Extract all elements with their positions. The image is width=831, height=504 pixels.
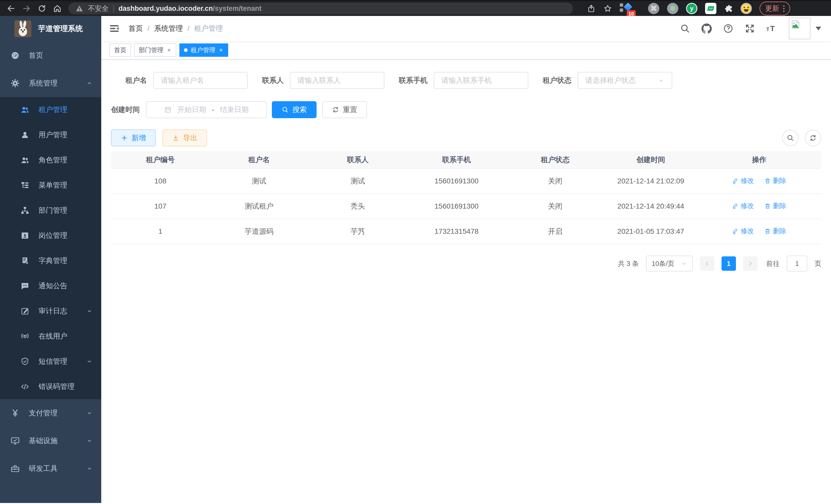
sidebar-item-label: 审计日志: [38, 306, 67, 316]
sidebar-item-dict[interactable]: 字典管理: [0, 248, 101, 273]
url-path: /system/tenant: [213, 5, 262, 12]
mobile-input[interactable]: [441, 76, 521, 85]
logo-image: [15, 20, 31, 37]
download-icon: [172, 135, 179, 142]
fullscreen-icon[interactable]: [745, 23, 755, 34]
col-actions: 操作: [697, 151, 821, 169]
header-search-icon[interactable]: [680, 23, 690, 34]
user-icon: [20, 130, 30, 140]
tab-tenant[interactable]: 租户管理: [179, 43, 228, 57]
tab-home[interactable]: 首页: [110, 43, 131, 57]
col-contact: 联系人: [308, 151, 407, 169]
sidebar-item-user[interactable]: 用户管理: [0, 122, 101, 147]
sidebar-item-tenant[interactable]: 租户管理: [0, 97, 101, 122]
top-navbar: 首页 / 系统管理 / 租户管理 TT: [101, 16, 831, 41]
sidebar: 芋道管理系统 首页 系统管理 租户管理 用户管理 角色管理: [0, 16, 101, 503]
extension-record-icon[interactable]: [667, 3, 678, 14]
user-avatar[interactable]: [789, 18, 810, 39]
browser-reload-icon[interactable]: [37, 4, 46, 13]
sidebar-item-online-users[interactable]: 在线用户: [0, 324, 101, 349]
status-select[interactable]: 请选择租户状态: [578, 72, 672, 89]
close-icon[interactable]: [219, 48, 224, 53]
browser-forward-icon[interactable]: [22, 4, 31, 13]
profile-avatar-icon[interactable]: [741, 3, 752, 14]
sidebar-item-role[interactable]: 角色管理: [0, 147, 101, 173]
github-icon[interactable]: [701, 23, 712, 34]
reset-button[interactable]: 重置: [322, 101, 367, 118]
tenant-name-input[interactable]: [161, 76, 240, 85]
prev-page-button[interactable]: [700, 256, 714, 271]
security-label[interactable]: 不安全: [88, 4, 109, 13]
cell-mobile: 15601691300: [407, 169, 506, 194]
goto-label: 前往: [766, 259, 780, 268]
sidebar-collapse-icon[interactable]: [109, 23, 120, 34]
browser-menu-icon[interactable]: [783, 5, 784, 12]
delete-link[interactable]: 删除: [764, 227, 786, 236]
browser-home-icon[interactable]: [53, 4, 62, 13]
page-size-select[interactable]: 10条/页: [646, 256, 693, 271]
breadcrumb-home[interactable]: 首页: [128, 24, 143, 33]
sidebar-item-label: 通知公告: [38, 281, 67, 291]
cell-tenant-name: 测试: [210, 169, 308, 194]
app-logo[interactable]: 芋道管理系统: [0, 16, 101, 41]
sidebar-item-system[interactable]: 系统管理: [0, 69, 101, 97]
tab-dept[interactable]: 部门管理: [134, 43, 176, 57]
browser-back-icon[interactable]: [7, 4, 16, 13]
extension-chat-icon[interactable]: [705, 3, 716, 14]
filter-row-2: 创建时间 开始日期 - 结束日期 搜索 重置: [111, 101, 821, 118]
sidebar-item-audit-log[interactable]: 审计日志: [0, 298, 101, 324]
page-number-1[interactable]: 1: [721, 256, 736, 271]
tenant-table: 租户编号 租户名 联系人 联系手机 租户状态 创建时间 操作 108 测试 测试: [111, 151, 821, 244]
sidebar-item-payment[interactable]: 支付管理: [0, 399, 101, 427]
sidebar-item-label: 租户管理: [38, 105, 67, 115]
sidebar-item-dept[interactable]: 部门管理: [0, 198, 101, 223]
font-size-icon[interactable]: TT: [766, 23, 776, 34]
sidebar-item-menu[interactable]: 菜单管理: [0, 173, 101, 198]
export-button[interactable]: 导出: [163, 129, 207, 146]
edit-pencil-icon: [732, 228, 739, 235]
help-icon[interactable]: [723, 23, 733, 34]
edit-link[interactable]: 修改: [732, 201, 754, 210]
create-time-range-picker[interactable]: 开始日期 - 结束日期: [146, 101, 267, 118]
search-button[interactable]: 搜索: [272, 101, 317, 118]
browser-toolbar: 不安全 dashboard.yudao.iocoder.cn/system/te…: [0, 0, 831, 16]
next-page-button[interactable]: [743, 256, 757, 271]
edit-link[interactable]: 修改: [732, 176, 754, 185]
sidebar-item-dev-tools[interactable]: 研发工具: [0, 455, 101, 482]
sidebar-item-post[interactable]: 岗位管理: [0, 223, 101, 248]
goto-page-input[interactable]: [787, 256, 807, 271]
sidebar-item-infrastructure[interactable]: 基础设施: [0, 427, 101, 455]
extension-y-icon[interactable]: y: [686, 3, 697, 14]
sidebar-item-label: 角色管理: [38, 155, 67, 165]
breadcrumb-system[interactable]: 系统管理: [154, 24, 183, 33]
browser-update-button[interactable]: 更新: [760, 2, 790, 16]
calendar-icon: [164, 106, 172, 114]
sidebar-item-sms[interactable]: 短信管理: [0, 349, 101, 374]
contact-input[interactable]: [297, 76, 377, 85]
sidebar-item-notice[interactable]: 通知公告: [0, 273, 101, 298]
cell-created: 2021-12-14 20:49:44: [605, 194, 697, 219]
delete-link[interactable]: 删除: [764, 176, 786, 185]
org-chart-icon: [20, 206, 30, 215]
chevron-up-icon: [86, 80, 93, 87]
extension-command-icon[interactable]: ⌘: [648, 3, 659, 14]
address-bar[interactable]: 不安全 dashboard.yudao.iocoder.cn/system/te…: [68, 3, 573, 14]
pagination: 共 3 条 10条/页 1 前往 页: [111, 256, 821, 271]
bookmark-star-icon[interactable]: [603, 4, 612, 13]
page-suffix: 页: [814, 259, 821, 268]
close-icon[interactable]: [167, 48, 172, 53]
sidebar-item-error-code[interactable]: 错误码管理: [0, 374, 101, 399]
add-button[interactable]: 新增: [111, 129, 156, 146]
trash-icon: [764, 203, 771, 209]
avatar-caret-icon[interactable]: [815, 27, 821, 30]
delete-link[interactable]: 删除: [764, 201, 786, 210]
toggle-search-button[interactable]: [782, 130, 799, 146]
sidebar-item-home[interactable]: 首页: [0, 41, 101, 69]
share-icon[interactable]: [587, 4, 596, 13]
url-host: dashboard.yudao.iocoder.cn: [118, 5, 213, 12]
extensions-puzzle-icon[interactable]: [724, 4, 733, 13]
refresh-table-button[interactable]: [805, 130, 821, 146]
sidebar-item-label: 菜单管理: [38, 180, 67, 190]
extension-tag-assistant-icon[interactable]: 10: [620, 3, 633, 14]
edit-link[interactable]: 修改: [732, 227, 754, 236]
